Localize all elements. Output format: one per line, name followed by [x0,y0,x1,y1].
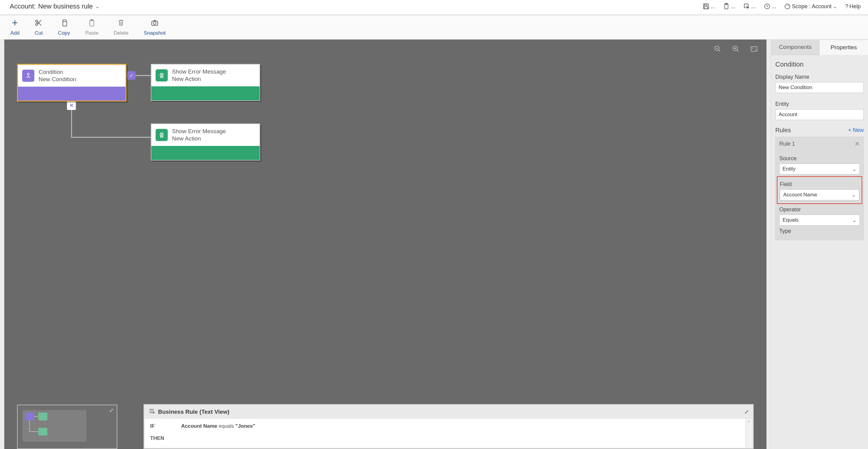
trash-icon [117,19,125,28]
then-label: THEN [150,435,175,441]
rule-title: Rule 1 [779,141,795,147]
node-title: Show Error Message [172,68,226,76]
text-view-title: Business Rule (Text View) [158,409,229,415]
activate-icon[interactable]: ... [764,3,776,10]
node-footer [151,146,259,160]
chevron-down-icon: ⌄ [852,166,857,172]
zoom-in-icon[interactable] [732,45,740,54]
help-label: Help [849,3,861,10]
text-view-header: Business Rule (Text View) ⤢ [144,405,753,419]
chevron-down-icon[interactable]: ⌄ [95,3,100,10]
help-icon: ? [845,3,848,10]
field-select[interactable]: Account Name ⌄ [780,189,859,200]
title-bar-right: ... ... ... ... Scope : Account ⌄ ? Help [703,3,861,10]
entity-input[interactable] [775,109,864,120]
svg-rect-1 [705,4,707,6]
minimap[interactable]: ⤢ [17,405,117,449]
node-title: Condition [39,68,76,76]
node-subtitle: New Action [172,76,226,83]
side-tabs: Components Properties [771,39,868,55]
section-title: Condition [775,60,864,68]
designer-canvas[interactable]: ✓ ✕ Condition New Condition [4,39,767,449]
expand-icon[interactable]: ⤢ [744,409,749,415]
text-view-keywords: IF THEN [145,419,178,448]
node-footer [18,87,126,101]
chevron-down-icon: ⌄ [852,217,857,223]
fit-screen-icon[interactable] [750,45,758,54]
operator-select[interactable]: Equals ⌄ [779,215,860,226]
cut-button[interactable]: Cut [35,19,42,36]
rule-block: Rule 1 ✕ Source Entity ⌄ Field Account N… [775,137,864,240]
text-view-icon [148,408,155,416]
entity-label: Entity [775,101,864,107]
zoom-out-icon[interactable] [714,45,721,54]
toolbar: Add Cut Copy Paste Delete Snapshot [0,15,868,39]
minimap-node [38,413,48,420]
svg-point-14 [153,22,156,25]
save-icon[interactable]: ... [703,3,715,10]
text-view-panel: Business Rule (Text View) ⤢ IF THEN Acco… [144,404,754,449]
validate-icon[interactable]: ... [723,3,736,10]
svg-rect-17 [751,47,757,51]
main: ✓ ✕ Condition New Condition [0,39,868,449]
chevron-down-icon: ⌄ [851,192,856,198]
rule-title[interactable]: Account: New business rule ⌄ [10,2,100,10]
text-view-line: Account Name equals "Jones" [181,423,742,429]
svg-point-7 [785,4,790,9]
minimap-line [29,420,30,431]
check-badge-icon: ✓ [127,71,135,80]
title-name: New business rule [38,2,93,10]
minimap-node [38,428,48,436]
type-label: Type [779,228,860,234]
display-name-input[interactable] [775,82,864,93]
side-panel: Components Properties Condition Display … [771,39,868,449]
minimap-node [25,413,34,420]
plus-icon [11,19,19,28]
scope-value[interactable]: Account ⌄ [812,3,837,10]
delete-button[interactable]: Delete [114,19,129,36]
error-icon [156,69,168,82]
display-name-label: Display Name [775,74,864,80]
error-icon [156,129,168,141]
title-bar: Account: New business rule ⌄ ... ... ...… [0,0,868,15]
source-select[interactable]: Entity ⌄ [779,163,860,175]
saveas-icon[interactable]: ... [743,3,756,10]
canvas-controls [714,45,758,54]
x-badge-icon[interactable]: ✕ [67,101,76,110]
properties-panel: Condition Display Name Entity Rules + Ne… [771,55,868,449]
node-footer [151,86,259,100]
node-subtitle: New Condition [39,76,76,83]
field-label: Field [780,181,859,187]
source-label: Source [779,155,860,162]
minimap-viewport[interactable] [23,410,86,442]
scope-selector[interactable]: Scope : Account ⌄ [784,3,837,10]
tab-components[interactable]: Components [771,39,820,55]
if-label: IF [150,423,175,429]
field-highlight: Field Account Name ⌄ [777,176,862,204]
node-action-2[interactable]: Show Error Message New Action [151,123,260,160]
expand-icon[interactable]: ⤢ [109,407,114,414]
title-entity: Account: [10,2,36,10]
add-rule-button[interactable]: + New [848,127,864,133]
tab-properties[interactable]: Properties [820,39,868,55]
close-icon[interactable]: ✕ [855,140,860,147]
help-button[interactable]: ? Help [845,3,861,10]
paste-button[interactable]: Paste [85,19,98,36]
snapshot-button[interactable]: Snapshot [144,19,166,36]
rule-header[interactable]: Rule 1 ✕ [776,137,863,150]
add-button[interactable]: Add [10,19,20,36]
copy-button[interactable]: Copy [58,19,70,36]
text-view-content: Account Name equals "Jones" [178,419,745,448]
node-subtitle: New Action [172,135,226,142]
node-action-1[interactable]: Show Error Message New Action [151,64,260,101]
svg-rect-18 [27,73,29,75]
camera-icon [151,19,159,28]
svg-point-8 [36,20,38,22]
chevron-down-icon: ⌄ [833,3,837,10]
scope-label: Scope : [792,3,811,10]
node-condition[interactable]: Condition New Condition [17,64,126,101]
text-view-body: IF THEN Account Name equals "Jones" ˄ [145,419,752,448]
svg-point-21 [153,412,154,413]
chevron-up-icon[interactable]: ˄ [748,420,750,426]
scrollbar[interactable]: ˄ [745,419,752,448]
